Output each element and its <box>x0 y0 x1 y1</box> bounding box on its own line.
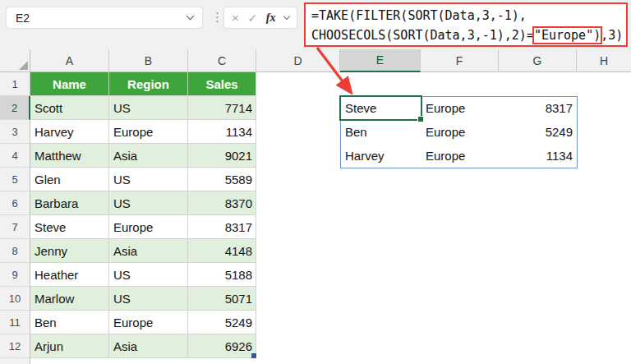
cell-a11[interactable]: Ben <box>30 311 109 334</box>
cell-b9[interactable]: US <box>109 263 188 287</box>
col-header-d[interactable]: D <box>256 49 340 72</box>
row-header-1[interactable]: 1 <box>0 72 30 96</box>
row-header-2-selected[interactable]: 2 <box>0 96 30 120</box>
cell-a6[interactable]: Barbara <box>30 191 109 215</box>
chevron-down-icon[interactable] <box>187 12 195 21</box>
cell-h2[interactable] <box>577 96 631 120</box>
row-header-8[interactable]: 8 <box>0 239 30 263</box>
cancel-icon[interactable]: × <box>232 12 239 24</box>
cell-a9[interactable]: Heather <box>30 263 109 287</box>
cell-h3[interactable] <box>577 120 631 144</box>
cell-a5[interactable]: Glen <box>30 168 109 191</box>
cell-c10[interactable]: 5071 <box>188 287 256 311</box>
name-box[interactable]: E2 <box>6 7 203 29</box>
cell-b7[interactable]: Europe <box>109 215 188 239</box>
cell-a4[interactable]: Matthew <box>30 144 109 168</box>
cell-d3[interactable] <box>256 120 340 144</box>
cell-a7[interactable]: Steve <box>30 215 109 239</box>
cell-b6[interactable]: US <box>109 191 188 215</box>
cell-a8[interactable]: Jenny <box>30 239 109 263</box>
row-header-4[interactable]: 4 <box>0 144 30 168</box>
cell-e2-active[interactable]: Steve <box>340 96 421 120</box>
cell-b8[interactable]: Asia <box>109 239 188 263</box>
cell-g4[interactable]: 1134 <box>499 144 577 168</box>
row-header-10[interactable]: 10 <box>0 287 30 311</box>
row-header-9[interactable]: 9 <box>0 263 30 287</box>
empty-cells[interactable] <box>256 191 631 215</box>
cell-h4[interactable] <box>577 144 631 168</box>
cell-c3[interactable]: 1134 <box>188 120 256 144</box>
enter-icon[interactable]: ✓ <box>247 12 257 24</box>
sheet-row-3: 3 Harvey Europe 1134 Ben Europe 5249 <box>0 120 631 144</box>
row-header-13[interactable] <box>0 358 30 364</box>
cell-a3[interactable]: Harvey <box>30 120 109 144</box>
cell-d4[interactable] <box>256 144 340 168</box>
cell-b2[interactable]: US <box>109 96 188 120</box>
col-header-a[interactable]: A <box>30 49 109 72</box>
row-header-11[interactable]: 11 <box>0 311 30 334</box>
col-header-c[interactable]: C <box>188 49 256 72</box>
excel-window: E2 ⋮ × ✓ fx =TAKE(FILTER(SORT(Data,3,-1)… <box>0 0 631 364</box>
more-options-icon[interactable]: ⋮ <box>211 11 223 23</box>
cell-a12[interactable]: Arjun <box>30 334 109 358</box>
cell-c11[interactable]: 5249 <box>188 311 256 334</box>
row-header-3[interactable]: 3 <box>0 120 30 144</box>
cell-e3[interactable]: Ben <box>340 120 421 144</box>
cell-a1[interactable]: Name <box>30 72 109 96</box>
cell-c7[interactable]: 8317 <box>188 215 256 239</box>
cell-f3[interactable]: Europe <box>421 120 499 144</box>
cell-f2[interactable]: Europe <box>421 96 499 120</box>
empty-cells[interactable] <box>256 311 631 334</box>
cell-b5[interactable]: US <box>109 168 188 191</box>
empty-cells[interactable] <box>256 168 631 191</box>
cell-g2[interactable]: 8317 <box>499 96 577 120</box>
cell-c8[interactable]: 4148 <box>188 239 256 263</box>
empty-cells[interactable] <box>30 358 631 364</box>
cell-c5[interactable]: 5589 <box>188 168 256 191</box>
cell-b11[interactable]: Europe <box>109 311 188 334</box>
cell-c12[interactable]: 6926 <box>188 334 256 358</box>
cell-c6[interactable]: 8370 <box>188 191 256 215</box>
empty-cells[interactable] <box>256 72 631 96</box>
table-resize-handle[interactable] <box>251 353 256 358</box>
row-header-6[interactable]: 6 <box>0 191 30 215</box>
col-header-b[interactable]: B <box>109 49 188 72</box>
cell-b4[interactable]: Asia <box>109 144 188 168</box>
column-header-row: A B C D E F G H <box>0 49 631 72</box>
cell-c2[interactable]: 7714 <box>188 96 256 120</box>
insert-function-icon[interactable]: fx <box>266 12 276 25</box>
formula-bar-expand-icon[interactable] <box>283 12 290 19</box>
cell-f4[interactable]: Europe <box>421 144 499 168</box>
cell-b12[interactable]: Asia <box>109 334 188 358</box>
empty-cells[interactable] <box>256 215 631 239</box>
sheet-row-10: 10 Marlow US 5071 <box>0 287 631 311</box>
cell-b10[interactable]: US <box>109 287 188 311</box>
row-header-7[interactable]: 7 <box>0 215 30 239</box>
sheet-row-12: 12 Arjun Asia 6926 <box>0 334 631 358</box>
col-header-e-selected[interactable]: E <box>340 49 421 72</box>
cell-c9[interactable]: 5188 <box>188 263 256 287</box>
col-header-f[interactable]: F <box>421 49 499 72</box>
sheet-row-11: 11 Ben Europe 5249 <box>0 311 631 334</box>
col-header-h[interactable]: H <box>577 49 631 72</box>
cell-d2[interactable] <box>256 96 340 120</box>
cell-b3[interactable]: Europe <box>109 120 188 144</box>
empty-cells[interactable] <box>256 334 631 358</box>
sheet-row-9: 9 Heather US 5188 <box>0 263 631 287</box>
empty-cells[interactable] <box>256 263 631 287</box>
cell-e4[interactable]: Harvey <box>340 144 421 168</box>
row-header-12[interactable]: 12 <box>0 334 30 358</box>
cell-c4[interactable]: 9021 <box>188 144 256 168</box>
empty-cells[interactable] <box>256 239 631 263</box>
select-all-corner[interactable] <box>0 49 30 72</box>
col-header-g[interactable]: G <box>499 49 577 72</box>
cell-a2[interactable]: Scott <box>30 96 109 120</box>
empty-cells[interactable] <box>256 287 631 311</box>
cell-a10[interactable]: Marlow <box>30 287 109 311</box>
formula-bar-input[interactable]: =TAKE(FILTER(SORT(Data,3,-1), CHOOSECOLS… <box>304 2 628 47</box>
formula-line-1: =TAKE(FILTER(SORT(Data,3,-1), <box>311 6 626 25</box>
cell-b1[interactable]: Region <box>109 72 188 96</box>
row-header-5[interactable]: 5 <box>0 168 30 191</box>
cell-c1[interactable]: Sales <box>188 72 256 96</box>
cell-g3[interactable]: 5249 <box>499 120 577 144</box>
